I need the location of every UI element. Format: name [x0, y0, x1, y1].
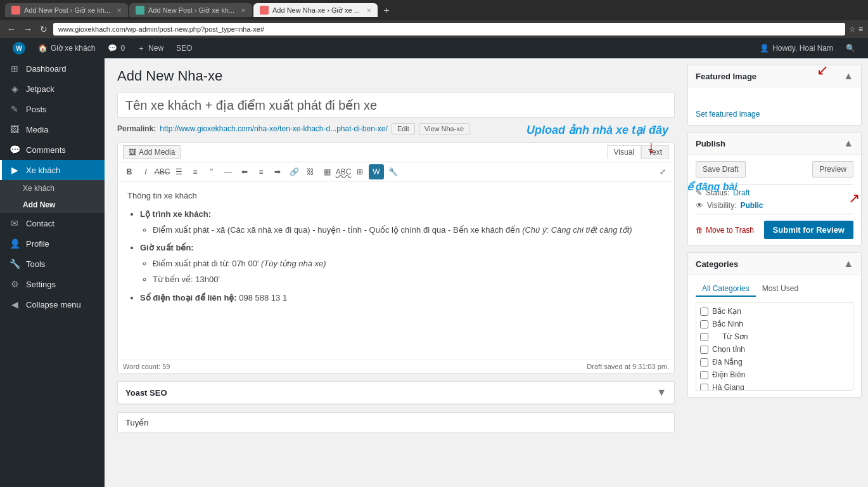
editor-toolbar: B I ABC ☰ ≡ " — ⬅ ≡ ➡ 🔗 ⛓ ▦ ABC ⊞ W 🔧: [118, 162, 674, 182]
yoast-seo-box: Yoast SEO ▼: [117, 381, 675, 405]
forward-btn[interactable]: →: [22, 24, 34, 34]
sidebar-item-settings[interactable]: ⚙ Settings: [0, 274, 105, 294]
editor-content[interactable]: Thông tin xe khách Lộ trình xe khách: Đi…: [118, 182, 674, 360]
sidebar-item-media[interactable]: 🖼 Media: [0, 119, 105, 140]
sidebar-item-profile[interactable]: 👤 Profile: [0, 233, 105, 254]
sidebar-item-xe-khach[interactable]: ▶ Xe khách: [0, 160, 105, 180]
move-to-trash-label: Move to Trash: [706, 226, 754, 235]
permalink-link[interactable]: http://www.gioxekhach.com/nha-xe/ten-xe-…: [160, 124, 388, 133]
publish-title: Publish: [696, 139, 725, 148]
category-checkbox-0[interactable]: [700, 308, 708, 316]
category-item-2: Từ Sơn: [699, 330, 850, 343]
new-tab-btn[interactable]: ＋: [381, 4, 392, 17]
unordered-list-btn[interactable]: ☰: [171, 164, 186, 179]
sidebar-item-tools[interactable]: 🔧 Tools: [0, 254, 105, 274]
site-name-item[interactable]: 🏠 Giờ xe khách: [32, 38, 101, 58]
sidebar-item-jetpack[interactable]: ◈ Jetpack: [0, 79, 105, 99]
category-checkbox-3[interactable]: [700, 346, 708, 354]
visibility-value[interactable]: Public: [740, 201, 763, 210]
word-count-label: Word count:: [123, 363, 160, 370]
sidebar-subitem-xe-khach[interactable]: Xe khách: [0, 180, 105, 197]
move-to-trash-link[interactable]: 🗑 Move to Trash: [696, 226, 754, 235]
align-right-btn[interactable]: ➡: [270, 164, 285, 179]
browser-tab-3[interactable]: Add New Nha-xe › Giờ xe ... ✕: [253, 3, 378, 17]
view-nha-xe-btn[interactable]: View Nha-xe: [419, 123, 469, 134]
sidebar-subitem-add-new[interactable]: Add New: [0, 197, 105, 213]
fullscreen-btn[interactable]: ⤢: [655, 164, 670, 179]
comments-item[interactable]: 💬 0: [101, 38, 131, 58]
sidebar-item-posts[interactable]: ✎ Posts: [0, 99, 105, 119]
kitchen-sink-btn[interactable]: 🔧: [385, 164, 400, 179]
wp-btn[interactable]: W: [369, 164, 384, 179]
insert-btn[interactable]: ▦: [319, 164, 335, 179]
edit-permalink-btn[interactable]: Edit: [392, 123, 415, 134]
italic-btn[interactable]: I: [138, 164, 153, 179]
profile-icon: 👤: [8, 238, 21, 249]
search-icon: 🔍: [846, 44, 855, 53]
publish-toggle[interactable]: ▲: [843, 138, 853, 149]
back-btn[interactable]: ←: [5, 24, 18, 34]
seo-item[interactable]: SEO: [170, 38, 198, 58]
bold-btn[interactable]: B: [122, 164, 137, 179]
tab-all-categories[interactable]: All Categories: [696, 282, 756, 297]
spellcheck-btn[interactable]: ABC: [336, 164, 351, 179]
hr-btn[interactable]: —: [220, 164, 236, 179]
comment-count: 0: [120, 44, 125, 53]
category-checkbox-5[interactable]: [700, 371, 708, 379]
status-value[interactable]: Draft: [733, 188, 750, 197]
align-left-btn[interactable]: ⬅: [237, 164, 252, 179]
editor-intro: Thông tin xe khách: [127, 190, 665, 203]
user-item[interactable]: 👤 Howdy, Hoai Nam: [753, 38, 839, 58]
publish-panel: Publish ▲ Save Draft Preview ✎ Status: D…: [687, 132, 862, 246]
sidebar-item-contact[interactable]: ✉ Contact: [0, 213, 105, 233]
link-btn[interactable]: 🔗: [286, 164, 302, 179]
sidebar-item-comments[interactable]: 💬 Comments: [0, 140, 105, 160]
category-checkbox-2[interactable]: [700, 333, 708, 341]
reload-btn[interactable]: ↻: [38, 24, 49, 34]
blockquote-btn[interactable]: ": [204, 164, 219, 179]
category-label-6: Hà Giang: [712, 383, 744, 391]
featured-image-toggle[interactable]: ▲: [843, 70, 853, 82]
bookmark-btn[interactable]: ☆: [849, 25, 856, 34]
tab-close-3[interactable]: ✕: [366, 7, 371, 14]
tab-most-used[interactable]: Most Used: [756, 282, 805, 297]
visibility-label: Visibility:: [707, 201, 736, 210]
tab-close-1[interactable]: ✕: [117, 7, 122, 14]
publish-actions: Save Draft Preview: [696, 161, 853, 178]
set-featured-image-link[interactable]: Set featured image: [696, 110, 760, 119]
categories-toggle[interactable]: ▲: [843, 258, 853, 269]
browser-tab-2[interactable]: Add New Post › Giờ xe kh... ✕: [129, 3, 252, 17]
sidebar-item-dashboard[interactable]: ⊞ Dashboard: [0, 58, 105, 79]
strikethrough-btn[interactable]: ABC: [155, 164, 170, 179]
address-bar[interactable]: www.gioxekhach.com/wp-admin/post-new.php…: [58, 25, 264, 33]
sidebar-item-collapse[interactable]: ◀ Collapse menu: [0, 294, 105, 315]
submit-for-review-btn[interactable]: Submit for Review: [764, 221, 853, 239]
unlink-btn[interactable]: ⛓: [303, 164, 318, 179]
ordered-list-btn[interactable]: ≡: [188, 164, 203, 179]
site-name: Giờ xe khách: [51, 44, 95, 53]
settings-btn[interactable]: ≡: [858, 25, 863, 34]
plus-icon: ＋: [137, 43, 145, 54]
tuyen-box: Tuyến: [117, 412, 675, 433]
category-checkbox-6[interactable]: [700, 384, 708, 391]
add-media-btn[interactable]: 🖼 Add Media: [123, 145, 181, 159]
save-draft-btn[interactable]: Save Draft: [696, 161, 746, 178]
category-checkbox-1[interactable]: [700, 320, 708, 328]
wp-logo-item[interactable]: W: [6, 38, 32, 58]
tab-label-3: Add New Nha-xe › Giờ xe ...: [272, 6, 360, 15]
category-checkbox-4[interactable]: [700, 358, 708, 367]
preview-btn[interactable]: Preview: [812, 161, 853, 178]
tab-visual[interactable]: Visual: [607, 145, 641, 159]
yoast-seo-header[interactable]: Yoast SEO ▼: [118, 382, 674, 404]
post-title-input[interactable]: [117, 92, 675, 118]
new-item[interactable]: ＋ New: [131, 38, 170, 58]
tab-text[interactable]: Text: [641, 145, 669, 159]
align-center-btn[interactable]: ≡: [253, 164, 269, 179]
tab-close-2[interactable]: ✕: [241, 7, 246, 14]
editor-area: 🖼 Add Media Visual Text B I ABC ☰ ≡ ": [117, 142, 675, 373]
table-btn[interactable]: ⊞: [352, 164, 367, 179]
tools-icon: 🔧: [8, 259, 21, 269]
editor-footer: Word count: 59 Draft saved at 9:31:03 pm…: [118, 360, 674, 373]
search-item[interactable]: 🔍: [839, 38, 862, 58]
browser-tab-1[interactable]: Add New Post › Giờ xe kh... ✕: [5, 3, 128, 17]
